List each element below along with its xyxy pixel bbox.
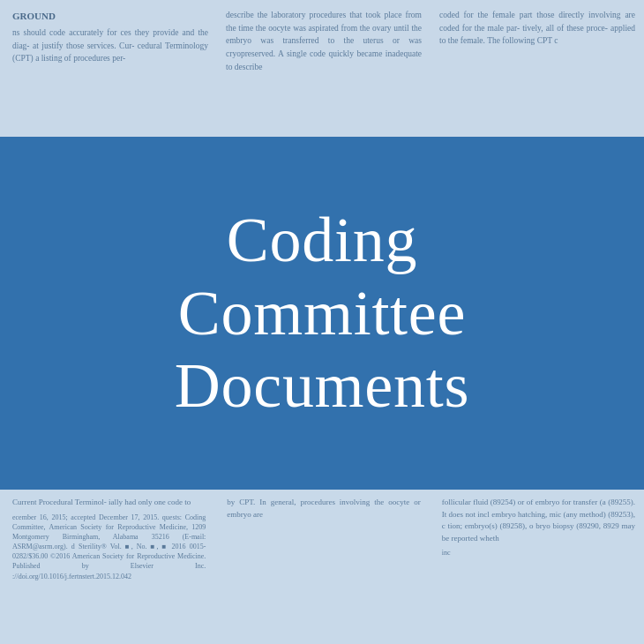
top-col-3: coded for the female part those directly… (431, 0, 644, 137)
top-text-1: ns should code accurately for ces they p… (12, 28, 208, 63)
top-document-strip: GROUND ns should code accurately for ces… (0, 0, 644, 137)
top-text-2: describe the laboratory procedures that … (226, 11, 422, 71)
bottom-col-2: by CPT. In general, procedures involving… (214, 490, 429, 644)
top-text-3: coded for the female part those directly… (439, 11, 635, 45)
bottom-document-strip: Current Procedural Terminol- ially had o… (0, 490, 644, 644)
top-col-2: describe the laboratory procedures that … (217, 0, 431, 137)
bottom-text-3: follicular fluid (89254) or of embryo fo… (442, 498, 635, 543)
bottom-text-1: Current Procedural Terminol- ially had o… (12, 498, 191, 506)
blue-overlay: Coding Committee Documents (0, 137, 644, 490)
page-container: GROUND ns should code accurately for ces… (0, 0, 644, 644)
bottom-small-text-1: ecember 16, 2015; accepted December 17, … (12, 513, 206, 581)
bottom-col-3: follicular fluid (89254) or of embryo fo… (430, 490, 644, 644)
top-heading-1: GROUND (12, 9, 208, 24)
bottom-small-text-3: inc (442, 548, 635, 558)
overlay-title: Coding Committee Documents (175, 204, 469, 423)
bottom-text-2: by CPT. In general, procedures involving… (227, 498, 420, 519)
bottom-col-1: Current Procedural Terminol- ially had o… (0, 490, 214, 644)
top-col-1: GROUND ns should code accurately for ces… (0, 0, 217, 137)
